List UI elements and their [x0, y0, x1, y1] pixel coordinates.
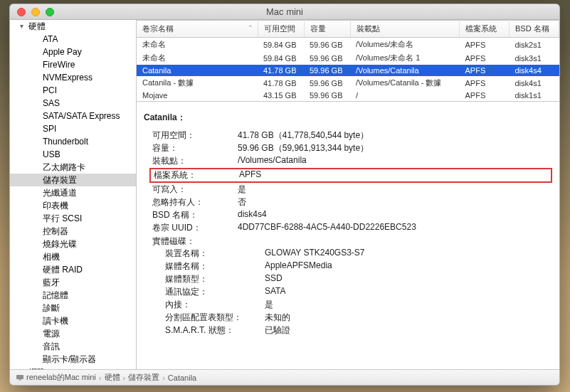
col-fs[interactable]: 檔案系統 — [460, 21, 510, 38]
sidebar-item[interactable]: 光纖通道 — [10, 186, 136, 199]
category-sidebar[interactable]: 硬體ATAApple PayFireWireNVMExpressPCISASSA… — [10, 20, 137, 369]
detail-label: 內接： — [165, 299, 265, 311]
sidebar-group[interactable]: 硬體 — [10, 20, 136, 33]
detail-value: disk4s4 — [238, 209, 552, 221]
volumes-table[interactable]: 卷宗名稱 可用空間 容量 裝載點 檔案系統 BSD 名稱 未命名59.84 GB… — [137, 20, 559, 101]
table-cell: APFS — [460, 51, 510, 65]
detail-label: 卷宗 UUID： — [152, 222, 238, 234]
table-cell: 未命名 — [137, 51, 258, 65]
detail-head: Catanila： — [144, 112, 552, 124]
table-cell: /Volumes/Catanila - 數據 — [350, 76, 460, 90]
table-cell: 59.96 GB — [304, 90, 350, 101]
detail-value: 59.96 GB（59,961,913,344 byte） — [238, 142, 552, 154]
detail-label: 通訊協定： — [165, 286, 265, 298]
detail-label: 裝載點： — [152, 155, 238, 167]
chevron-right-icon: › — [123, 374, 126, 382]
svg-rect-1 — [19, 380, 21, 381]
volume-detail: Catanila： 可用空間：41.78 GB（41,778,540,544 b… — [137, 102, 559, 369]
detail-value: GLOWAY STK240GS3-S7 — [265, 248, 552, 260]
detail-value: 是 — [238, 184, 552, 196]
table-row[interactable]: Mojave43.15 GB59.96 GB/APFSdisk1s1 — [137, 90, 559, 101]
path-seg-0[interactable]: reneelab的Mac mini — [16, 372, 96, 383]
table-cell: 59.84 GB — [258, 51, 304, 65]
table-cell: 41.78 GB — [258, 65, 304, 76]
table-cell: APFS — [460, 38, 510, 52]
sidebar-item[interactable]: 讀卡機 — [10, 314, 136, 327]
table-cell: Mojave — [137, 90, 258, 101]
sidebar-item[interactable]: 印表機 — [10, 199, 136, 212]
detail-label: 可寫入： — [152, 184, 238, 196]
table-row[interactable]: 未命名59.84 GB59.96 GB/Volumes/未命名APFSdisk2… — [137, 38, 559, 52]
detail-value: 未知的 — [265, 312, 552, 324]
svg-rect-0 — [16, 375, 23, 379]
detail-value: AppleAPFSMedia — [265, 260, 552, 272]
highlighted-row: 檔案系統：APFS — [149, 168, 552, 183]
sidebar-item[interactable]: SPI — [10, 122, 136, 135]
col-capacity[interactable]: 容量 — [304, 21, 350, 38]
detail-label: 媒體類型： — [165, 273, 265, 285]
sidebar-item[interactable]: USB — [10, 148, 136, 161]
sidebar-item[interactable]: Apple Pay — [10, 46, 136, 58]
physical-disk-head: 實體磁碟： — [152, 235, 552, 248]
chevron-right-icon: › — [99, 374, 102, 382]
sidebar-item[interactable]: 顯示卡/顯示器 — [10, 353, 136, 366]
sidebar-item[interactable]: 音訊 — [10, 340, 136, 353]
sidebar-item[interactable]: ATA — [10, 33, 136, 46]
col-bsd[interactable]: BSD 名稱 — [510, 21, 559, 38]
detail-label: 容量： — [152, 142, 238, 154]
col-mount[interactable]: 裝載點 — [350, 21, 460, 38]
sidebar-item[interactable]: 電源 — [10, 327, 136, 340]
table-cell: 59.84 GB — [258, 38, 304, 52]
window-titlebar[interactable]: Mac mini — [10, 4, 559, 20]
sidebar-item[interactable]: FireWire — [10, 58, 136, 71]
path-bar[interactable]: reneelab的Mac mini › 硬體 › 儲存裝置 › Catanila — [10, 369, 559, 385]
table-cell: disk1s1 — [510, 90, 559, 101]
table-cell: 未命名 — [137, 38, 258, 52]
table-row[interactable]: 未命名59.84 GB59.96 GB/Volumes/未命名 1APFSdis… — [137, 51, 559, 65]
table-cell: APFS — [460, 90, 510, 101]
sidebar-item[interactable]: SAS — [10, 97, 136, 110]
sidebar-item[interactable]: NVMExpress — [10, 71, 136, 84]
sidebar-item[interactable]: SATA/SATA Express — [10, 110, 136, 122]
detail-value: /Volumes/Catanila — [238, 155, 552, 167]
path-seg-1[interactable]: 硬體 — [105, 372, 120, 383]
sidebar-item[interactable]: 控制器 — [10, 225, 136, 238]
table-cell: disk4s4 — [510, 65, 559, 76]
path-seg-2[interactable]: 儲存裝置 — [128, 372, 159, 383]
detail-value: SATA — [265, 286, 552, 298]
path-seg-3[interactable]: Catanila — [168, 374, 196, 382]
sidebar-item[interactable]: 硬體 RAID — [10, 263, 136, 276]
col-avail[interactable]: 可用空間 — [258, 21, 304, 38]
detail-label: S.M.A.R.T. 狀態： — [165, 324, 265, 337]
sidebar-item[interactable]: PCI — [10, 84, 136, 97]
sidebar-item[interactable]: Thunderbolt — [10, 135, 136, 148]
table-row[interactable]: Catanila - 數據41.78 GB59.96 GB/Volumes/Ca… — [137, 76, 559, 90]
table-cell: 43.15 GB — [258, 90, 304, 101]
table-cell: 59.96 GB — [304, 51, 350, 65]
detail-value: 41.78 GB（41,778,540,544 byte） — [238, 129, 552, 142]
detail-label: 媒體名稱： — [165, 260, 265, 272]
sidebar-item[interactable]: 燒錄光碟 — [10, 238, 136, 250]
table-cell: APFS — [460, 65, 510, 76]
system-info-window: Mac mini 硬體ATAApple PayFireWireNVMExpres… — [9, 4, 560, 386]
table-cell: disk3s1 — [510, 51, 559, 65]
table-cell: 59.96 GB — [304, 65, 350, 76]
detail-label: 忽略持有人： — [152, 196, 238, 208]
sidebar-item[interactable]: 平行 SCSI — [10, 212, 136, 225]
sidebar-item[interactable]: 乙太網路卡 — [10, 161, 136, 174]
sidebar-item[interactable]: 相機 — [10, 250, 136, 263]
computer-icon — [16, 374, 24, 381]
col-name[interactable]: 卷宗名稱 — [137, 21, 258, 38]
sidebar-item[interactable]: 儲存裝置 — [10, 174, 136, 186]
table-row[interactable]: Catanila41.78 GB59.96 GB/Volumes/Catanil… — [137, 65, 559, 76]
sidebar-group[interactable]: 網路 — [10, 366, 136, 369]
detail-value: SSD — [265, 273, 552, 285]
detail-value: 是 — [265, 299, 552, 311]
sidebar-item[interactable]: 藍牙 — [10, 276, 136, 289]
detail-value: APFS — [239, 169, 548, 181]
sidebar-item[interactable]: 記憶體 — [10, 289, 136, 302]
detail-value: 已驗證 — [265, 324, 552, 337]
sidebar-item[interactable]: 診斷 — [10, 302, 136, 314]
detail-label: 分割區配置表類型： — [165, 312, 265, 324]
table-cell: 59.96 GB — [304, 76, 350, 90]
